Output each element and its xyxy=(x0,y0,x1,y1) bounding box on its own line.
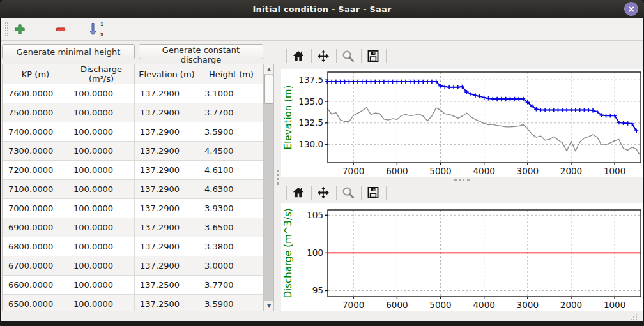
discharge-chart[interactable]: 700060005000400030002000100010510095Disc… xyxy=(281,203,643,311)
table-cell[interactable]: 6900.0000 xyxy=(3,218,68,237)
table-cell[interactable]: 137.2900 xyxy=(135,237,199,256)
table-row[interactable]: 7400.0000100.0000137.29003.5900 xyxy=(3,122,264,142)
table-cell[interactable]: 3.5900 xyxy=(199,122,264,142)
elevation-chart[interactable]: 7000600050004000300020001000137.5135.013… xyxy=(281,69,643,177)
table-row[interactable]: 7300.0000100.0000137.29004.4500 xyxy=(3,142,264,161)
table-cell[interactable]: 137.2900 xyxy=(135,103,199,122)
table-row[interactable]: 7100.0000100.0000137.29004.6300 xyxy=(3,180,264,199)
vertical-splitter-handle[interactable] xyxy=(277,170,279,185)
table-cell[interactable]: 3.0000 xyxy=(199,256,264,276)
sort-badge-top: 1 xyxy=(100,22,103,27)
add-row-button[interactable] xyxy=(7,20,33,39)
table-cell[interactable]: 3.7700 xyxy=(199,276,264,295)
table-cell[interactable]: 100.0000 xyxy=(68,276,135,295)
table-cell[interactable]: 137.2900 xyxy=(135,84,199,103)
table-cell[interactable]: 3.7700 xyxy=(199,103,264,122)
home-button[interactable] xyxy=(290,184,308,202)
table-cell[interactable]: 4.6300 xyxy=(199,180,264,199)
table-cell[interactable]: 137.2900 xyxy=(135,256,199,276)
table-cell[interactable]: 6500.0000 xyxy=(3,295,68,312)
table-scrollbar[interactable]: ▲ ▼ xyxy=(264,64,274,311)
pan-button[interactable] xyxy=(315,47,333,65)
discharge-chart-toolbar xyxy=(283,182,390,203)
table-cell[interactable]: 100.0000 xyxy=(68,256,135,276)
toolbar-separator xyxy=(311,186,312,200)
titlebar[interactable]: Initial condition - Saar - Saar × xyxy=(0,0,644,18)
table-row[interactable]: 6700.0000100.0000137.29003.0000 xyxy=(3,256,264,276)
table-cell[interactable]: 100.0000 xyxy=(68,84,135,103)
pan-button[interactable] xyxy=(315,184,333,202)
x-tick-label: 6000 xyxy=(386,300,408,310)
table-cell[interactable]: 7500.0000 xyxy=(3,103,68,122)
table-row[interactable]: 7000.0000100.0000137.29003.9300 xyxy=(3,199,264,218)
table-row[interactable]: 7500.0000100.0000137.29003.7700 xyxy=(3,103,264,122)
table-cell[interactable]: 100.0000 xyxy=(68,142,135,161)
table-cell[interactable]: 137.2900 xyxy=(135,218,199,237)
scroll-up-icon[interactable]: ▲ xyxy=(264,64,273,74)
table-cell[interactable]: 100.0000 xyxy=(68,237,135,256)
table-row[interactable]: 6800.0000100.0000137.29003.3800 xyxy=(3,237,264,256)
table-cell[interactable]: 137.2500 xyxy=(135,295,199,312)
table-cell[interactable]: 137.2900 xyxy=(135,180,199,199)
table-row[interactable]: 7600.0000100.0000137.29003.1000 xyxy=(3,84,264,103)
column-header[interactable]: Discharge (m³/s) xyxy=(68,64,135,84)
column-header[interactable]: KP (m) xyxy=(3,64,68,84)
table-cell[interactable]: 7100.0000 xyxy=(3,180,68,199)
table-cell[interactable]: 7600.0000 xyxy=(3,84,68,103)
table-cell[interactable]: 4.6100 xyxy=(199,161,264,180)
table-row[interactable]: 6500.0000100.0000137.25003.5900 xyxy=(3,295,264,312)
table-cell[interactable]: 100.0000 xyxy=(68,295,135,312)
table-cell[interactable]: 137.2900 xyxy=(135,142,199,161)
save-button[interactable] xyxy=(365,184,383,202)
table-cell[interactable]: 3.3800 xyxy=(199,237,264,256)
table-cell[interactable]: 3.6500 xyxy=(199,218,264,237)
table-cell[interactable]: 137.2900 xyxy=(135,161,199,180)
zoom-button[interactable] xyxy=(340,184,358,202)
sort-rows-button[interactable]: 1 9 xyxy=(82,20,108,39)
table-row[interactable]: 6600.0000100.0000137.25003.7700 xyxy=(3,276,264,295)
table-cell[interactable]: 137.2500 xyxy=(135,276,199,295)
scroll-down-icon[interactable]: ▼ xyxy=(264,301,273,311)
remove-row-button[interactable] xyxy=(48,20,73,39)
y-tick-label: 135.0 xyxy=(298,96,323,107)
window-bottom-edge xyxy=(0,321,644,326)
toolbar-separator xyxy=(386,186,387,200)
horizontal-splitter-handle[interactable] xyxy=(454,179,470,181)
table-cell[interactable]: 7200.0000 xyxy=(3,161,68,180)
scrollbar-thumb[interactable] xyxy=(264,75,273,104)
table-cell[interactable]: 100.0000 xyxy=(68,180,135,199)
table-cell[interactable]: 100.0000 xyxy=(68,122,135,142)
table-cell[interactable]: 3.5900 xyxy=(199,295,264,312)
x-tick-label: 2000 xyxy=(560,300,582,310)
table-cell[interactable]: 4.4500 xyxy=(199,142,264,161)
home-button[interactable] xyxy=(290,47,308,65)
table-cell[interactable]: 100.0000 xyxy=(68,161,135,180)
table-cell[interactable]: 6700.0000 xyxy=(3,256,68,276)
table-cell[interactable]: 7400.0000 xyxy=(3,122,68,142)
resize-grip[interactable] xyxy=(631,314,637,320)
table-row[interactable]: 7200.0000100.0000137.29004.6100 xyxy=(3,161,264,180)
column-header[interactable]: Height (m) xyxy=(199,64,264,84)
table-row[interactable]: 6900.0000100.0000137.29003.6500 xyxy=(3,218,264,237)
table-cell[interactable]: 100.0000 xyxy=(68,103,135,122)
toolbar-separator xyxy=(311,49,312,63)
column-header[interactable]: Elevation (m) xyxy=(135,64,199,84)
table-cell[interactable]: 3.9300 xyxy=(199,199,264,218)
table-cell[interactable]: 137.2900 xyxy=(135,199,199,218)
table-cell[interactable]: 7000.0000 xyxy=(3,199,68,218)
x-tick-label: 4000 xyxy=(473,300,495,310)
table-cell[interactable]: 3.1000 xyxy=(199,84,264,103)
table-cell[interactable]: 100.0000 xyxy=(68,218,135,237)
x-tick-label: 5000 xyxy=(429,300,451,310)
table-cell[interactable]: 100.0000 xyxy=(68,199,135,218)
x-tick-label: 1000 xyxy=(604,166,625,176)
generate-constant-discharge-button[interactable]: Generate constant discharge xyxy=(139,44,263,59)
table-cell[interactable]: 6800.0000 xyxy=(3,237,68,256)
zoom-button[interactable] xyxy=(340,47,358,65)
generate-minimal-height-button[interactable]: Generate minimal height xyxy=(2,44,135,59)
table-cell[interactable]: 137.2900 xyxy=(135,122,199,142)
table-cell[interactable]: 6600.0000 xyxy=(3,276,68,295)
save-button[interactable] xyxy=(365,47,383,65)
close-button[interactable]: × xyxy=(624,2,638,16)
table-cell[interactable]: 7300.0000 xyxy=(3,142,68,161)
